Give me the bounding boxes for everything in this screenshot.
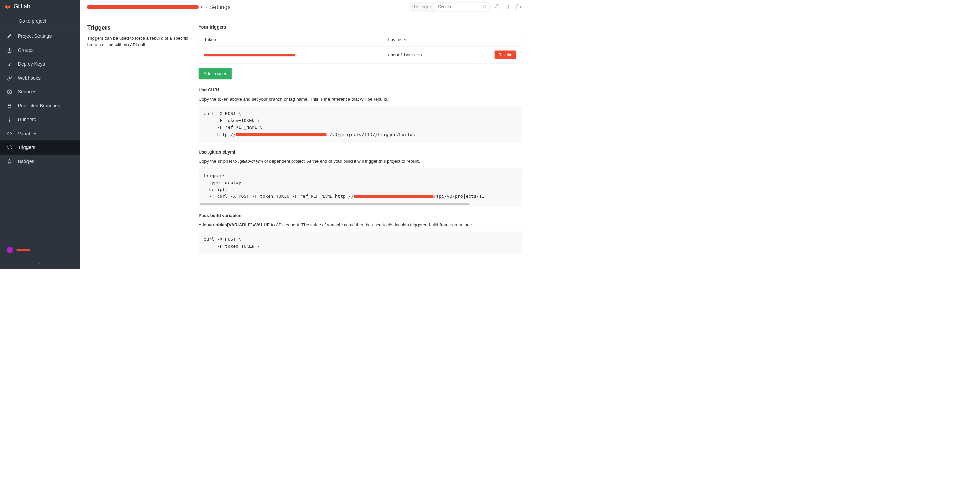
- sidebar-item-label: Deploy Keys: [18, 61, 45, 67]
- settings-nav: Project Settings Groups Deploy Keys Webh…: [0, 29, 80, 242]
- use-yml-heading: Use .gitlab-ci.yml: [199, 149, 522, 155]
- topbar: ▾ · Settings This project: [80, 0, 529, 16]
- chevron-left-icon: ‹: [39, 261, 41, 266]
- token-redacted: [204, 54, 296, 57]
- search-input[interactable]: [435, 3, 480, 11]
- gitlab-logo-icon: [5, 4, 10, 9]
- star-icon: [6, 159, 12, 164]
- triggers-info-panel: Triggers Triggers can be used to force a…: [87, 24, 199, 254]
- topbar-actions: This project: [409, 3, 522, 12]
- column-last-used: Last used: [382, 33, 463, 46]
- triggers-description: Triggers can be used to force a rebuild …: [87, 35, 199, 48]
- sidebar-item-project-settings[interactable]: Project Settings: [0, 29, 80, 43]
- edit-icon: [6, 34, 12, 39]
- logout-icon[interactable]: [516, 4, 522, 10]
- share-icon: [6, 48, 12, 53]
- pass-vars-desc: Add variables[VARIABLE]=VALUE to API req…: [199, 221, 522, 228]
- search-box: This project: [409, 3, 490, 12]
- current-user[interactable]: [0, 242, 80, 258]
- chevron-down-icon[interactable]: ▾: [200, 5, 203, 10]
- url-redacted: [353, 195, 433, 198]
- project-path-redacted: [87, 5, 199, 9]
- sidebar-item-label: Groups: [18, 48, 34, 53]
- your-triggers-heading: Your triggers: [199, 24, 522, 30]
- search-icon[interactable]: [480, 5, 489, 10]
- add-trigger-button[interactable]: Add Trigger: [199, 68, 232, 79]
- url-redacted: [236, 133, 327, 136]
- sidebar-item-label: Protected Branches: [18, 103, 60, 109]
- collapse-sidebar-button[interactable]: ‹: [0, 258, 80, 269]
- sidebar-item-label: Project Settings: [18, 33, 51, 39]
- brand-label: GitLab: [14, 3, 30, 10]
- sidebar: GitLab Go to project Project Settings Gr…: [0, 0, 80, 269]
- sidebar-item-triggers[interactable]: Triggers: [0, 141, 80, 155]
- sidebar-item-deploy-keys[interactable]: Deploy Keys: [0, 57, 80, 71]
- svg-rect-2: [8, 105, 11, 108]
- sidebar-item-runners[interactable]: Runners: [0, 113, 80, 127]
- bell-icon[interactable]: [495, 4, 500, 10]
- table-row: about 1 hour ago Revoke: [199, 46, 522, 63]
- gear-icon: [6, 117, 12, 122]
- lock-icon: [6, 103, 12, 108]
- triggers-table: Token Last used about 1 hour ago Revoke: [199, 33, 522, 63]
- code-icon: [6, 131, 12, 136]
- last-used-value: about 1 hour ago: [382, 46, 463, 63]
- yml-snippet: trigger: type: deploy script: - "curl -X…: [199, 168, 522, 206]
- sidebar-item-services[interactable]: Services: [0, 85, 80, 99]
- svg-point-1: [9, 91, 10, 93]
- sidebar-item-label: Services: [18, 89, 37, 95]
- main: ▾ · Settings This project Triggers: [80, 0, 529, 269]
- avatar: [6, 247, 13, 254]
- sidebar-header: GitLab: [0, 0, 80, 13]
- vars-snippet: curl -X POST \ -F token=TOKEN \: [199, 232, 522, 254]
- sidebar-item-webhooks[interactable]: Webhooks: [0, 71, 80, 85]
- sidebar-item-groups[interactable]: Groups: [0, 43, 80, 57]
- triggers-heading: Triggers: [87, 24, 199, 31]
- page-title: Settings: [209, 4, 231, 11]
- svg-marker-4: [7, 159, 12, 163]
- breadcrumb-separator: ·: [205, 4, 207, 11]
- gear-icon: [6, 89, 12, 94]
- link-icon: [6, 76, 12, 81]
- plus-icon[interactable]: [506, 4, 511, 10]
- svg-point-3: [9, 119, 10, 121]
- sidebar-item-label: Webhooks: [18, 75, 41, 81]
- column-token: Token: [199, 33, 382, 46]
- sidebar-item-label: Runners: [18, 117, 36, 123]
- sidebar-item-variables[interactable]: Variables: [0, 127, 80, 141]
- sidebar-item-label: Badges: [18, 159, 34, 165]
- sidebar-item-label: Variables: [18, 131, 37, 137]
- sidebar-item-label: Triggers: [18, 144, 35, 151]
- key-icon: [6, 62, 12, 67]
- use-curl-desc: Copy the token above and set your branch…: [199, 96, 522, 102]
- retweet-icon: [6, 145, 12, 150]
- search-scope-label[interactable]: This project: [409, 3, 435, 11]
- revoke-button[interactable]: Revoke: [495, 51, 516, 59]
- username-redacted: [17, 249, 30, 251]
- curl-snippet: curl -X POST \ -F token=TOKEN \ -F ref=R…: [199, 106, 522, 142]
- breadcrumb: ▾ · Settings: [87, 4, 231, 11]
- use-yml-desc: Copy the snippet to .gitlab-ci.yml of de…: [199, 158, 522, 164]
- go-to-project-link[interactable]: Go to project: [0, 13, 80, 30]
- svg-point-5: [484, 5, 486, 8]
- use-curl-heading: Use CURL: [199, 87, 522, 92]
- pass-vars-heading: Pass build variables: [199, 213, 522, 218]
- sidebar-item-badges[interactable]: Badges: [0, 155, 80, 169]
- sidebar-item-protected-branches[interactable]: Protected Branches: [0, 99, 80, 113]
